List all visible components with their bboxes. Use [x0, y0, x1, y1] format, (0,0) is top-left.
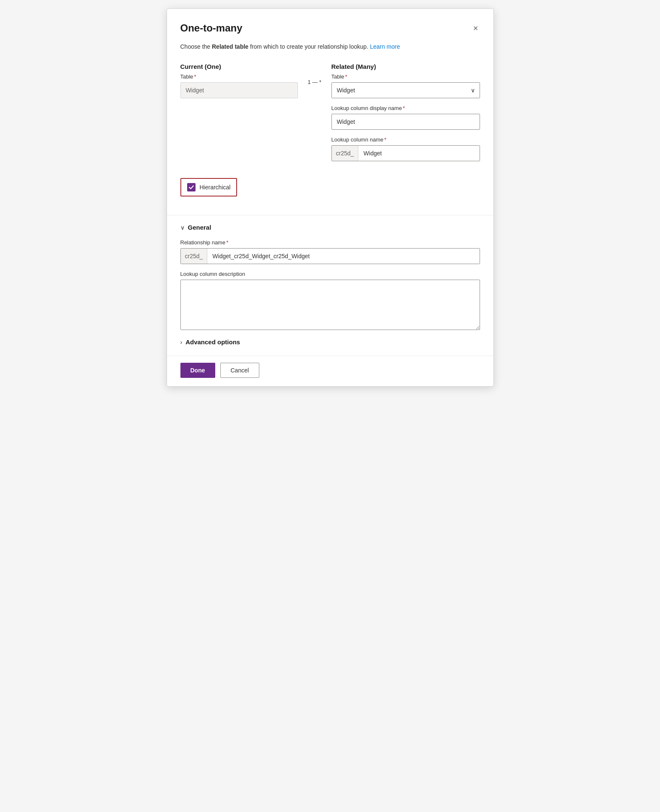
- relationship-name-field: Relationship name* cr25d_: [180, 239, 480, 264]
- relationship-name-input[interactable]: [207, 249, 479, 264]
- hierarchical-label: Hierarchical: [200, 184, 231, 191]
- lookup-name-required: *: [384, 136, 386, 143]
- lookup-name-input[interactable]: [358, 146, 479, 161]
- general-section-label: General: [188, 224, 211, 231]
- relationship-columns: Current (One) Table* Widget 1 — * Relate…: [180, 63, 480, 168]
- connector: 1 — *: [298, 63, 331, 85]
- one-to-many-dialog: One-to-many × Choose the Related table f…: [167, 8, 494, 387]
- related-table-select-wrapper: Widget: [331, 82, 480, 98]
- close-button[interactable]: ×: [472, 22, 480, 34]
- lookup-display-label: Lookup column display name*: [331, 105, 480, 111]
- current-column: Current (One) Table* Widget: [180, 63, 298, 98]
- lookup-description-field: Lookup column description: [180, 271, 480, 332]
- hierarchical-checkbox[interactable]: [187, 183, 196, 191]
- relationship-name-prefix: cr25d_: [181, 249, 208, 264]
- advanced-section-header[interactable]: › Advanced options: [180, 338, 480, 346]
- relationship-name-required: *: [226, 239, 228, 246]
- lookup-name-field: Lookup column name* cr25d_: [331, 136, 480, 161]
- description-bold: Related table: [212, 43, 248, 50]
- related-table-label: Table*: [331, 73, 480, 80]
- related-table-required: *: [345, 73, 347, 80]
- general-section: ∨ General Relationship name* cr25d_ Look…: [180, 224, 480, 332]
- dialog-title: One-to-many: [180, 22, 243, 34]
- cancel-button[interactable]: Cancel: [220, 363, 260, 378]
- general-chevron-icon: ∨: [180, 224, 185, 231]
- current-table-value: Widget: [180, 82, 298, 98]
- lookup-name-prefix: cr25d_: [332, 146, 359, 161]
- general-section-header[interactable]: ∨ General: [180, 224, 480, 231]
- advanced-section-label: Advanced options: [185, 338, 240, 346]
- lookup-description-textarea[interactable]: [180, 280, 480, 330]
- learn-more-link[interactable]: Learn more: [370, 43, 400, 50]
- relationship-name-label: Relationship name*: [180, 239, 480, 246]
- dialog-header: One-to-many ×: [180, 22, 480, 34]
- current-table-required: *: [194, 73, 196, 80]
- current-column-label: Current (One): [180, 63, 298, 70]
- lookup-display-field: Lookup column display name*: [331, 105, 480, 130]
- lookup-display-input[interactable]: [331, 114, 480, 130]
- lookup-description-label: Lookup column description: [180, 271, 480, 277]
- done-button[interactable]: Done: [180, 363, 215, 378]
- related-table-select[interactable]: Widget: [331, 82, 480, 98]
- advanced-section: › Advanced options: [180, 338, 480, 346]
- related-table-field: Table* Widget: [331, 73, 480, 98]
- dialog-footer: Done Cancel: [180, 356, 480, 386]
- related-column: Related (Many) Table* Widget Lookup colu…: [331, 63, 480, 168]
- section-divider: [167, 215, 493, 215]
- relationship-name-input-wrapper: cr25d_: [180, 248, 480, 264]
- advanced-chevron-icon: ›: [180, 339, 183, 346]
- lookup-display-required: *: [403, 105, 405, 111]
- hierarchical-checkbox-label[interactable]: Hierarchical: [180, 178, 237, 196]
- dialog-description: Choose the Related table from which to c…: [180, 42, 480, 51]
- checkmark-icon: [188, 184, 194, 190]
- lookup-name-label: Lookup column name*: [331, 136, 480, 143]
- connector-text: 1 — *: [308, 79, 321, 85]
- description-text-after: from which to create your relationship l…: [248, 43, 368, 50]
- description-text-before: Choose the: [180, 43, 212, 50]
- lookup-name-input-wrapper: cr25d_: [331, 145, 480, 161]
- hierarchical-section: Hierarchical: [180, 178, 480, 205]
- related-column-label: Related (Many): [331, 63, 480, 70]
- current-table-label: Table*: [180, 73, 298, 80]
